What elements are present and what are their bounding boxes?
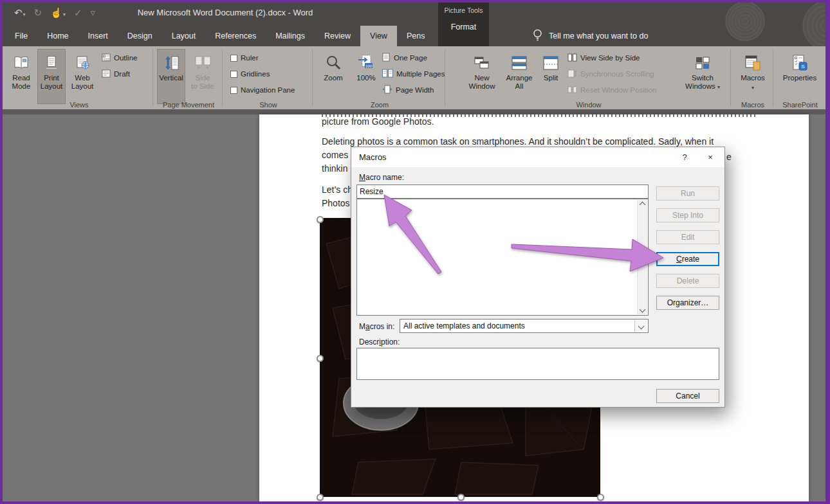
tab-file[interactable]: File <box>5 26 37 46</box>
touch-mode-icon[interactable]: ☝▾ <box>50 7 66 19</box>
vertical-button[interactable]: Vertical <box>157 49 185 104</box>
run-button: Run <box>656 186 719 201</box>
photo-resize-handle-top-left[interactable] <box>317 216 324 223</box>
properties-button[interactable]: S Properties <box>777 49 822 104</box>
draft-icon <box>102 69 111 79</box>
one-page-button[interactable]: One Page <box>382 51 427 64</box>
touch-mode-caret-icon[interactable]: ▾ <box>63 12 66 17</box>
save-check-icon[interactable]: ✓ <box>74 7 82 19</box>
redo-icon[interactable]: ↻ <box>34 7 42 19</box>
tab-view[interactable]: View <box>360 26 397 46</box>
navigation-pane-checkbox[interactable]: Navigation Pane <box>230 84 295 96</box>
outline-label: Outline <box>114 54 137 62</box>
picture-tools-contextual[interactable]: Picture Tools Format <box>438 0 489 46</box>
macros-icon <box>744 52 762 74</box>
draft-button[interactable]: Draft <box>102 68 130 80</box>
vertical-icon <box>163 52 180 74</box>
photo-resize-handle-bottom-center[interactable] <box>457 494 465 501</box>
switch-windows-icon <box>694 52 711 74</box>
macro-name-input[interactable] <box>356 184 649 199</box>
draft-label: Draft <box>114 70 130 78</box>
group-separator <box>312 50 313 106</box>
properties-label: Properties <box>783 74 816 82</box>
tab-pens[interactable]: Pens <box>397 26 435 46</box>
macro-name-label: Macro name: <box>359 173 404 182</box>
ruler-checkbox[interactable]: Ruler <box>230 51 258 64</box>
document-text-line[interactable]: Photos <box>322 198 351 208</box>
split-icon <box>542 52 559 74</box>
tab-design[interactable]: Design <box>118 26 162 46</box>
cancel-button[interactable]: Cancel <box>656 389 719 403</box>
web-layout-button[interactable]: Web Layout <box>67 49 98 104</box>
new-window-button[interactable]: New Window <box>465 49 499 104</box>
print-layout-button[interactable]: Print Layout <box>37 49 66 104</box>
chevron-down-icon: ▾ <box>752 84 754 92</box>
document-text-line[interactable]: picture from Google Photos. <box>322 116 434 127</box>
tab-home[interactable]: Home <box>37 26 78 46</box>
page-width-button[interactable]: Page Width <box>382 84 434 96</box>
chevron-down-icon: ▾ <box>717 84 720 90</box>
macros-in-dropdown[interactable]: All active templates and documents <box>400 319 649 333</box>
navigation-pane-checkbox-icon[interactable] <box>230 87 237 94</box>
arrange-all-label-1: Arrange <box>506 74 533 82</box>
tab-insert[interactable]: Insert <box>78 26 118 46</box>
macro-list-scrollbar[interactable] <box>637 200 647 314</box>
document-text-line[interactable]: Let’s ch <box>322 184 352 195</box>
dialog-title-bar[interactable]: Macros ? × <box>351 147 724 167</box>
organizer-button[interactable]: Organizer… <box>656 296 719 310</box>
multiple-pages-button[interactable]: Multiple Pages <box>382 68 445 80</box>
document-text-line[interactable]: comes <box>322 150 348 160</box>
reset-window-position-icon <box>567 86 577 95</box>
tab-references[interactable]: References <box>205 26 266 46</box>
macros-button[interactable]: Macros ▾ <box>735 49 771 104</box>
page-movement-group-label: Page Movement <box>154 101 223 109</box>
read-mode-button[interactable]: Read Mode <box>6 49 36 104</box>
photo-resize-handle-bottom-left[interactable] <box>317 494 324 501</box>
macros-label: Macros <box>741 74 765 82</box>
view-side-by-side-button[interactable]: View Side by Side <box>567 51 640 64</box>
tab-format[interactable]: Format <box>438 22 489 32</box>
lightbulb-icon <box>532 28 543 44</box>
tab-review[interactable]: Review <box>315 26 360 46</box>
svg-text:100: 100 <box>365 64 373 68</box>
dialog-help-button[interactable]: ? <box>673 152 696 162</box>
scroll-down-icon[interactable] <box>640 307 646 313</box>
scroll-up-icon[interactable] <box>640 202 646 208</box>
reset-window-position-label: Reset Window Position <box>580 86 656 94</box>
arrange-all-button[interactable]: Arrange All <box>501 49 538 104</box>
split-button[interactable]: Split <box>539 49 562 104</box>
split-label: Split <box>544 74 558 82</box>
dropdown-button[interactable] <box>634 320 647 332</box>
ruler-checkbox-icon[interactable] <box>230 55 237 62</box>
undo-caret-icon[interactable]: ▾ <box>23 12 26 17</box>
dialog-close-icon[interactable]: × <box>696 152 724 162</box>
delete-button: Delete <box>656 274 719 288</box>
photo-resize-handle-bottom-right[interactable] <box>597 494 604 501</box>
outline-button[interactable]: Outline <box>102 51 137 64</box>
document-text-line[interactable]: Deleting photos is a common task on smar… <box>322 136 714 147</box>
macros-dialog: Macros ? × Macro name: Run Step Into Edi… <box>351 147 725 408</box>
description-box[interactable] <box>356 348 719 380</box>
tell-me-box[interactable]: Tell me what you want to do <box>532 26 648 46</box>
zoom-100-button[interactable]: 100 100% <box>351 49 381 104</box>
tab-mailings[interactable]: Mailings <box>266 26 315 46</box>
group-separator <box>222 50 223 106</box>
arrange-all-label-2: All <box>515 82 524 91</box>
macro-list-box[interactable] <box>356 199 649 316</box>
group-separator <box>773 50 773 106</box>
group-separator <box>445 50 445 106</box>
switch-windows-button[interactable]: Switch Windows ▾ <box>679 49 726 104</box>
photo-resize-handle-mid-left[interactable] <box>317 355 324 362</box>
zoom-button[interactable]: Zoom <box>317 49 350 104</box>
step-into-button: Step Into <box>656 208 719 222</box>
gridlines-checkbox-icon[interactable] <box>230 71 237 78</box>
document-text-line[interactable]: thinkin <box>322 163 351 174</box>
edit-button: Edit <box>656 230 719 244</box>
undo-icon[interactable]: ↶▾ <box>14 7 26 19</box>
create-button[interactable]: Create <box>656 252 719 266</box>
customize-qat-icon[interactable]: ▿ <box>90 7 95 19</box>
description-label: Description: <box>359 338 400 346</box>
gridlines-checkbox[interactable]: Gridlines <box>230 68 270 80</box>
tab-layout[interactable]: Layout <box>162 26 206 46</box>
view-side-by-side-label: View Side by Side <box>580 54 640 62</box>
